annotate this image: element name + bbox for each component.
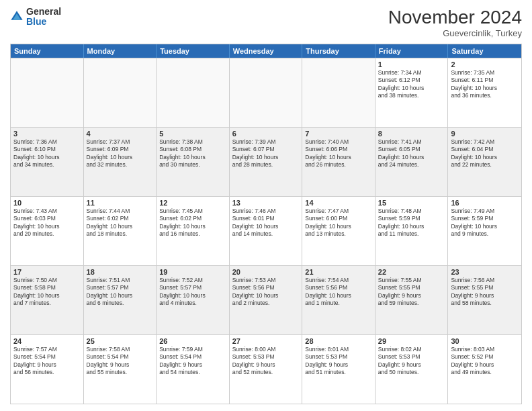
page: General Blue November 2024 Guevercinlik,… — [0, 0, 532, 411]
calendar-body: 1Sunrise: 7:34 AM Sunset: 6:12 PM Daylig… — [11, 58, 521, 404]
weekday-header-sunday: Sunday — [11, 44, 84, 58]
day-info: Sunrise: 7:57 AM Sunset: 5:54 PM Dayligh… — [13, 346, 81, 377]
day-info: Sunrise: 7:35 AM Sunset: 6:11 PM Dayligh… — [451, 69, 519, 100]
day-number: 22 — [378, 268, 445, 276]
day-info: Sunrise: 7:39 AM Sunset: 6:07 PM Dayligh… — [232, 138, 300, 169]
day-cell-17: 17Sunrise: 7:50 AM Sunset: 5:58 PM Dayli… — [11, 266, 84, 334]
day-cell-2: 2Sunrise: 7:35 AM Sunset: 6:11 PM Daylig… — [448, 58, 521, 127]
day-cell-26: 26Sunrise: 7:59 AM Sunset: 5:54 PM Dayli… — [157, 335, 230, 404]
day-info: Sunrise: 7:49 AM Sunset: 5:59 PM Dayligh… — [451, 208, 519, 238]
day-number: 23 — [451, 268, 519, 276]
month-title: November 2024 — [388, 7, 522, 28]
day-info: Sunrise: 7:58 AM Sunset: 5:54 PM Dayligh… — [87, 346, 154, 377]
week-row-4: 24Sunrise: 7:57 AM Sunset: 5:54 PM Dayli… — [11, 334, 521, 404]
day-number: 24 — [13, 337, 81, 345]
day-number: 18 — [87, 268, 154, 276]
day-number: 4 — [87, 130, 154, 138]
day-info: Sunrise: 7:43 AM Sunset: 6:03 PM Dayligh… — [13, 208, 81, 238]
day-number: 25 — [87, 337, 154, 345]
day-cell-12: 12Sunrise: 7:45 AM Sunset: 6:02 PM Dayli… — [157, 197, 230, 265]
calendar-header-row: SundayMondayTuesdayWednesdayThursdayFrid… — [11, 44, 521, 58]
day-cell-3: 3Sunrise: 7:36 AM Sunset: 6:10 PM Daylig… — [11, 128, 84, 196]
week-row-2: 10Sunrise: 7:43 AM Sunset: 6:03 PM Dayli… — [11, 196, 521, 265]
day-info: Sunrise: 8:02 AM Sunset: 5:53 PM Dayligh… — [378, 346, 445, 377]
day-info: Sunrise: 8:01 AM Sunset: 5:53 PM Dayligh… — [305, 346, 372, 377]
day-cell-14: 14Sunrise: 7:47 AM Sunset: 6:00 PM Dayli… — [302, 197, 375, 265]
day-number: 6 — [232, 130, 300, 138]
day-info: Sunrise: 7:53 AM Sunset: 5:56 PM Dayligh… — [232, 277, 300, 308]
day-info: Sunrise: 7:54 AM Sunset: 5:56 PM Dayligh… — [305, 277, 372, 308]
day-number: 15 — [378, 199, 445, 207]
day-number: 12 — [159, 199, 226, 207]
day-info: Sunrise: 7:37 AM Sunset: 6:09 PM Dayligh… — [87, 138, 154, 169]
calendar: SundayMondayTuesdayWednesdayThursdayFrid… — [10, 44, 522, 404]
week-row-3: 17Sunrise: 7:50 AM Sunset: 5:58 PM Dayli… — [11, 265, 521, 334]
day-number: 19 — [159, 268, 226, 276]
empty-cell — [11, 58, 84, 127]
weekday-header-tuesday: Tuesday — [157, 44, 230, 58]
day-number: 9 — [451, 130, 519, 138]
day-info: Sunrise: 7:56 AM Sunset: 5:55 PM Dayligh… — [451, 277, 519, 308]
empty-cell — [302, 58, 375, 127]
day-info: Sunrise: 7:38 AM Sunset: 6:08 PM Dayligh… — [159, 138, 226, 169]
day-number: 21 — [305, 268, 372, 276]
empty-cell — [230, 58, 303, 127]
day-info: Sunrise: 7:36 AM Sunset: 6:10 PM Dayligh… — [13, 138, 81, 169]
day-info: Sunrise: 7:50 AM Sunset: 5:58 PM Dayligh… — [13, 277, 81, 308]
day-cell-16: 16Sunrise: 7:49 AM Sunset: 5:59 PM Dayli… — [448, 197, 521, 265]
day-number: 28 — [305, 337, 372, 345]
week-row-1: 3Sunrise: 7:36 AM Sunset: 6:10 PM Daylig… — [11, 127, 521, 196]
day-cell-11: 11Sunrise: 7:44 AM Sunset: 6:02 PM Dayli… — [84, 197, 157, 265]
day-info: Sunrise: 7:41 AM Sunset: 6:05 PM Dayligh… — [378, 138, 445, 169]
day-number: 8 — [378, 130, 445, 138]
day-number: 20 — [232, 268, 300, 276]
empty-cell — [84, 58, 157, 127]
day-cell-27: 27Sunrise: 8:00 AM Sunset: 5:53 PM Dayli… — [230, 335, 303, 404]
day-cell-9: 9Sunrise: 7:42 AM Sunset: 6:04 PM Daylig… — [448, 128, 521, 196]
day-info: Sunrise: 8:00 AM Sunset: 5:53 PM Dayligh… — [232, 346, 300, 377]
logo-general: General — [26, 7, 61, 17]
day-number: 13 — [232, 199, 300, 207]
day-cell-15: 15Sunrise: 7:48 AM Sunset: 5:59 PM Dayli… — [375, 197, 449, 265]
day-cell-18: 18Sunrise: 7:51 AM Sunset: 5:57 PM Dayli… — [84, 266, 157, 334]
day-number: 5 — [159, 130, 226, 138]
day-number: 16 — [451, 199, 519, 207]
logo-blue: Blue — [26, 17, 61, 27]
weekday-header-friday: Friday — [375, 44, 449, 58]
day-number: 2 — [451, 60, 519, 68]
day-cell-25: 25Sunrise: 7:58 AM Sunset: 5:54 PM Dayli… — [84, 335, 157, 404]
day-cell-21: 21Sunrise: 7:54 AM Sunset: 5:56 PM Dayli… — [302, 266, 375, 334]
day-number: 17 — [13, 268, 81, 276]
day-info: Sunrise: 7:59 AM Sunset: 5:54 PM Dayligh… — [159, 346, 226, 377]
day-info: Sunrise: 7:55 AM Sunset: 5:55 PM Dayligh… — [378, 277, 445, 308]
day-number: 11 — [87, 199, 154, 207]
day-cell-22: 22Sunrise: 7:55 AM Sunset: 5:55 PM Dayli… — [375, 266, 449, 334]
day-number: 7 — [305, 130, 372, 138]
day-cell-29: 29Sunrise: 8:02 AM Sunset: 5:53 PM Dayli… — [375, 335, 449, 404]
day-number: 27 — [232, 337, 300, 345]
day-cell-7: 7Sunrise: 7:40 AM Sunset: 6:06 PM Daylig… — [302, 128, 375, 196]
header: General Blue November 2024 Guevercinlik,… — [10, 7, 522, 38]
day-cell-30: 30Sunrise: 8:03 AM Sunset: 5:52 PM Dayli… — [448, 335, 521, 404]
day-cell-4: 4Sunrise: 7:37 AM Sunset: 6:09 PM Daylig… — [84, 128, 157, 196]
day-cell-20: 20Sunrise: 7:53 AM Sunset: 5:56 PM Dayli… — [230, 266, 303, 334]
logo: General Blue — [10, 7, 61, 28]
day-info: Sunrise: 7:47 AM Sunset: 6:00 PM Dayligh… — [305, 208, 372, 238]
weekday-header-thursday: Thursday — [302, 44, 375, 58]
empty-cell — [157, 58, 230, 127]
day-number: 3 — [13, 130, 81, 138]
day-cell-28: 28Sunrise: 8:01 AM Sunset: 5:53 PM Dayli… — [302, 335, 375, 404]
weekday-header-saturday: Saturday — [448, 44, 521, 58]
day-info: Sunrise: 7:42 AM Sunset: 6:04 PM Dayligh… — [451, 138, 519, 169]
day-info: Sunrise: 8:03 AM Sunset: 5:52 PM Dayligh… — [451, 346, 519, 377]
day-cell-5: 5Sunrise: 7:38 AM Sunset: 6:08 PM Daylig… — [157, 128, 230, 196]
day-cell-8: 8Sunrise: 7:41 AM Sunset: 6:05 PM Daylig… — [375, 128, 449, 196]
weekday-header-wednesday: Wednesday — [230, 44, 303, 58]
day-info: Sunrise: 7:44 AM Sunset: 6:02 PM Dayligh… — [87, 208, 154, 238]
day-info: Sunrise: 7:51 AM Sunset: 5:57 PM Dayligh… — [87, 277, 154, 308]
day-number: 29 — [378, 337, 445, 345]
day-info: Sunrise: 7:40 AM Sunset: 6:06 PM Dayligh… — [305, 138, 372, 169]
day-info: Sunrise: 7:34 AM Sunset: 6:12 PM Dayligh… — [378, 69, 445, 100]
day-info: Sunrise: 7:48 AM Sunset: 5:59 PM Dayligh… — [378, 208, 445, 238]
day-cell-10: 10Sunrise: 7:43 AM Sunset: 6:03 PM Dayli… — [11, 197, 84, 265]
